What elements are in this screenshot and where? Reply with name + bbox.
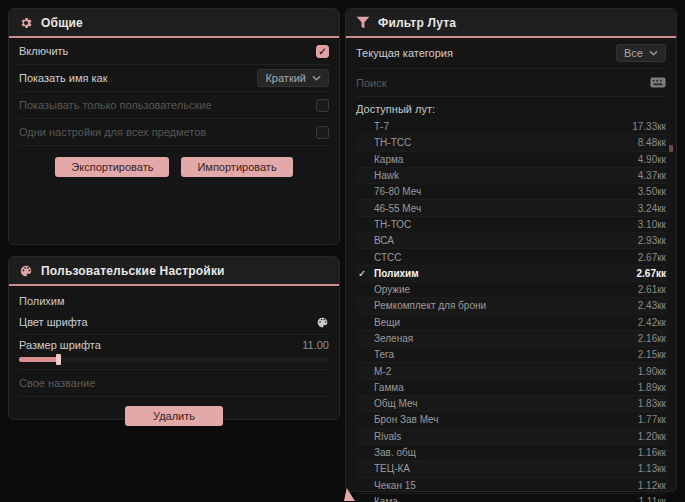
delete-button[interactable]: Удалить <box>125 406 223 426</box>
enable-checkbox[interactable]: ✓ <box>316 45 329 58</box>
loot-item-value: 8.48кк <box>638 137 666 148</box>
loot-item-name: ТЕЦ-КА <box>374 463 638 474</box>
slider-handle[interactable] <box>56 354 61 365</box>
loot-item-row[interactable]: ВСА2.93кк <box>356 233 666 249</box>
show-name-as-label: Показать имя как <box>19 72 108 84</box>
loot-item-row[interactable]: Кама1.11кк <box>356 494 666 502</box>
font-color-row[interactable]: Цвет шрифта <box>19 310 329 335</box>
loot-item-value: 2.42кк <box>638 317 666 328</box>
loot-item-row[interactable]: СТСС2.67кк <box>356 249 666 265</box>
loot-item-value: 1.13кк <box>638 463 666 474</box>
scrollbar-thumb[interactable] <box>669 145 673 152</box>
loot-item-name: Т-7 <box>374 121 632 132</box>
loot-filter-panel-header: Фильтр Лута <box>346 9 676 38</box>
loot-item-row[interactable]: Карма4.90кк <box>356 152 666 168</box>
font-size-slider[interactable] <box>19 355 329 370</box>
import-button[interactable]: Импортировать <box>181 157 292 177</box>
loot-item-row[interactable]: Ремкомплект для брони2.43кк <box>356 298 666 314</box>
resize-grip[interactable] <box>344 488 355 501</box>
category-dropdown[interactable]: Все <box>616 44 666 62</box>
loot-item-name: 76-80 Меч <box>374 186 638 197</box>
loot-item-name: М-2 <box>374 366 638 377</box>
user-settings-panel: Пользовательские Настройки Полихим Цвет … <box>8 256 340 420</box>
loot-item-value: 1.89кк <box>638 382 666 393</box>
loot-item-value: 3.10кк <box>638 219 666 230</box>
general-panel: Общие Включить ✓ Показать имя как Кратки… <box>8 8 340 245</box>
loot-item-row[interactable]: ТЕЦ-КА1.13кк <box>356 461 666 477</box>
search-input[interactable] <box>356 77 650 89</box>
search-row <box>356 69 666 97</box>
loot-item-row[interactable]: Брон Зав Меч1.77кк <box>356 412 666 428</box>
loot-item-value: 2.93кк <box>638 235 666 246</box>
keyboard-icon[interactable] <box>650 77 666 88</box>
general-panel-header: Общие <box>9 9 339 38</box>
show-name-as-value: Краткий <box>265 72 306 84</box>
loot-item-name: Брон Зав Меч <box>374 414 638 425</box>
show-name-as-dropdown[interactable]: Краткий <box>257 69 329 87</box>
loot-item-name: Общ Меч <box>374 398 638 409</box>
loot-item-value: 1.12кк <box>638 480 666 491</box>
loot-item-name: ТН-ТОС <box>374 219 638 230</box>
loot-item-name: Гамма <box>374 382 638 393</box>
only-custom-checkbox[interactable] <box>316 99 329 112</box>
loot-item-value: 2.15кк <box>638 349 666 360</box>
loot-item-value: 1.83кк <box>638 398 666 409</box>
loot-item-row[interactable]: 46-55 Меч3.24кк <box>356 200 666 216</box>
enable-row[interactable]: Включить ✓ <box>19 38 329 65</box>
loot-item-value: 2.61кк <box>638 284 666 295</box>
slider-track[interactable] <box>19 357 329 362</box>
custom-name-input[interactable] <box>19 377 329 389</box>
loot-item-row[interactable]: Гамма1.89кк <box>356 380 666 396</box>
loot-item-row[interactable]: Зав. общ1.16кк <box>356 445 666 461</box>
loot-item-name: ВСА <box>374 235 638 246</box>
gear-icon <box>19 16 33 30</box>
loot-filter-panel-title: Фильтр Лута <box>378 16 456 30</box>
loot-item-row[interactable]: Rivals1.20кк <box>356 429 666 445</box>
font-size-value: 11.00 <box>302 339 329 351</box>
loot-item-row[interactable]: ТН-ТСС8.48кк <box>356 135 666 151</box>
loot-item-name: Полихим <box>374 268 637 279</box>
loot-item-row[interactable]: Т-717.33кк <box>356 119 666 135</box>
loot-item-value: 2.16кк <box>638 333 666 344</box>
loot-list-label: Доступный лут: <box>346 97 676 119</box>
loot-item-row[interactable]: ТН-ТОС3.10кк <box>356 217 666 233</box>
loot-item-value: 4.37кк <box>638 170 666 181</box>
font-size-label: Размер шрифта <box>19 339 101 351</box>
category-row: Текущая категория Все <box>356 38 666 69</box>
color-picker-icon[interactable] <box>316 316 329 329</box>
loot-item-name: Ремкомплект для брони <box>374 300 638 311</box>
loot-item-name: Кама <box>374 496 639 502</box>
loot-item-row[interactable]: Вещи2.42кк <box>356 315 666 331</box>
loot-item-row[interactable]: Оружие2.61кк <box>356 282 666 298</box>
category-label: Текущая категория <box>356 47 453 59</box>
loot-item-row[interactable]: Зеленая2.16кк <box>356 331 666 347</box>
font-size-row: Размер шрифта 11.00 <box>19 335 329 355</box>
show-name-as-row: Показать имя как Краткий <box>19 65 329 92</box>
chevron-down-icon <box>312 75 321 81</box>
user-settings-panel-header: Пользовательские Настройки <box>9 257 339 286</box>
loot-item-name: 46-55 Меч <box>374 203 638 214</box>
loot-item-row[interactable]: Тега2.15кк <box>356 347 666 363</box>
only-custom-row: Показывать только пользовательские <box>19 92 329 119</box>
loot-item-row[interactable]: 76-80 Меч3.50кк <box>356 184 666 200</box>
same-settings-label: Одни настройки для всех предметов <box>19 126 206 138</box>
loot-item-value: 1.90кк <box>638 366 666 377</box>
loot-item-value: 4.90кк <box>638 154 666 165</box>
same-settings-checkbox[interactable] <box>316 126 329 139</box>
loot-list: Т-717.33ккТН-ТСС8.48ккКарма4.90ккHawk4.3… <box>356 119 666 502</box>
slider-fill <box>19 357 59 362</box>
loot-item-value: 2.43кк <box>638 300 666 311</box>
export-button[interactable]: Экспортировать <box>55 157 169 177</box>
loot-item-value: 17.33кк <box>632 121 666 132</box>
loot-item-row[interactable]: М-21.90кк <box>356 363 666 379</box>
loot-item-name: Чекан 15 <box>374 480 638 491</box>
loot-item-row[interactable]: Общ Меч1.83кк <box>356 396 666 412</box>
loot-item-row[interactable]: Hawk4.37кк <box>356 168 666 184</box>
loot-item-value: 1.77кк <box>638 414 666 425</box>
same-settings-row: Одни настройки для всех предметов <box>19 119 329 146</box>
loot-item-name: Зав. общ <box>374 447 638 458</box>
loot-item-row[interactable]: Чекан 151.12кк <box>356 478 666 494</box>
loot-item-row[interactable]: ✓Полихим2.67кк <box>356 266 666 282</box>
loot-item-value: 3.24кк <box>638 203 666 214</box>
loot-item-name: Карма <box>374 154 638 165</box>
